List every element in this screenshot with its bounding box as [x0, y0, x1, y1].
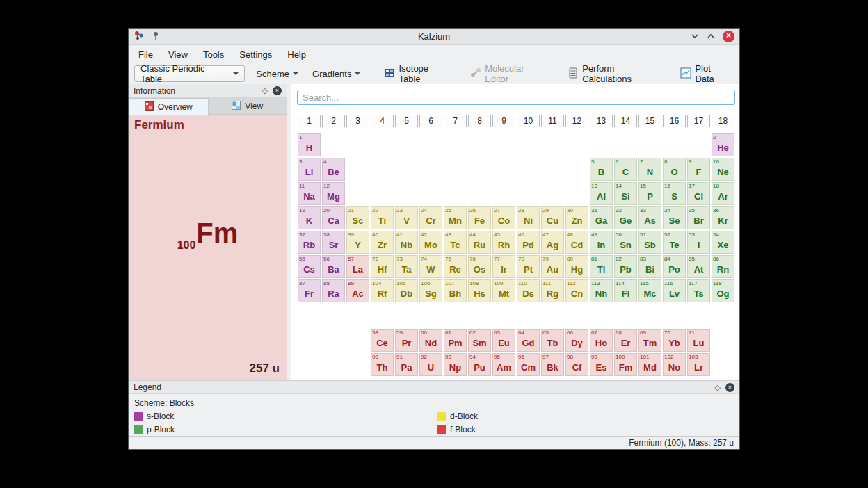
element-cell-Nh[interactable]: 113Nh — [589, 279, 613, 303]
element-cell-Ds[interactable]: 110Ds — [516, 279, 540, 303]
element-cell-Xe[interactable]: 54Xe — [711, 230, 735, 254]
element-cell-Nb[interactable]: 41Nb — [394, 230, 419, 254]
element-cell-Ga[interactable]: 31Ga — [589, 206, 613, 230]
element-cell-Sr[interactable]: 38Sr — [321, 230, 346, 254]
element-cell-Kr[interactable]: 36Kr — [711, 206, 735, 230]
element-cell-Ho[interactable]: 67Ho — [589, 328, 613, 352]
element-cell-Ge[interactable]: 32Ge — [613, 206, 638, 230]
element-cell-Rn[interactable]: 86Rn — [711, 254, 735, 279]
perform-calculations-button[interactable]: Perform Calculations — [565, 65, 666, 82]
element-cell-Sb[interactable]: 51Sb — [638, 230, 662, 254]
element-cell-Pa[interactable]: 91Pa — [394, 352, 419, 377]
element-cell-Cf[interactable]: 98Cf — [565, 352, 589, 377]
float-panel-icon[interactable]: ◇ — [715, 383, 721, 392]
element-cell-Bh[interactable]: 107Bh — [443, 279, 467, 303]
element-cell-Li[interactable]: 3Li — [297, 157, 321, 181]
tab-view[interactable]: View — [209, 98, 287, 115]
element-cell-Nd[interactable]: 60Nd — [419, 328, 443, 352]
element-cell-I[interactable]: 53I — [686, 230, 711, 254]
element-cell-N[interactable]: 7N — [638, 157, 662, 181]
element-cell-Tb[interactable]: 65Tb — [540, 328, 565, 352]
element-cell-Fr[interactable]: 87Fr — [297, 279, 321, 303]
element-cell-Cr[interactable]: 24Cr — [419, 206, 443, 230]
tab-overview[interactable]: Overview — [129, 98, 209, 115]
menu-view[interactable]: View — [166, 48, 190, 61]
element-cell-Sn[interactable]: 50Sn — [613, 230, 638, 254]
element-cell-Ti[interactable]: 22Ti — [370, 206, 394, 230]
plot-data-button[interactable]: Plot Data — [677, 65, 734, 82]
element-cell-B[interactable]: 5B — [589, 157, 613, 181]
element-cell-Cl[interactable]: 17Cl — [686, 181, 711, 206]
element-cell-O[interactable]: 8O — [662, 157, 686, 181]
element-cell-Dy[interactable]: 66Dy — [565, 328, 589, 352]
element-cell-Sg[interactable]: 106Sg — [419, 279, 443, 303]
element-cell-Mg[interactable]: 12Mg — [321, 181, 346, 206]
close-panel-icon[interactable]: × — [273, 86, 282, 95]
element-cell-Pb[interactable]: 82Pb — [613, 254, 638, 279]
element-cell-Se[interactable]: 34Se — [662, 206, 686, 230]
element-cell-V[interactable]: 23V — [394, 206, 419, 230]
element-cell-Bk[interactable]: 97Bk — [540, 352, 565, 377]
element-cell-W[interactable]: 74W — [419, 254, 443, 279]
element-cell-Rh[interactable]: 45Rh — [492, 230, 516, 254]
element-cell-Pd[interactable]: 46Pd — [516, 230, 540, 254]
element-cell-Tm[interactable]: 69Tm — [638, 328, 662, 352]
element-cell-Cu[interactable]: 29Cu — [540, 206, 565, 230]
element-cell-Ca[interactable]: 20Ca — [321, 206, 346, 230]
element-cell-Pm[interactable]: 61Pm — [443, 328, 467, 352]
menu-settings[interactable]: Settings — [237, 48, 274, 61]
element-cell-Fl[interactable]: 114Fl — [613, 279, 638, 303]
element-cell-Tc[interactable]: 43Tc — [443, 230, 467, 254]
float-panel-icon[interactable]: ◇ — [262, 86, 268, 95]
element-cell-Fm[interactable]: 100Fm — [613, 352, 638, 377]
element-cell-Cd[interactable]: 48Cd — [565, 230, 589, 254]
element-cell-Th[interactable]: 90Th — [370, 352, 394, 377]
element-cell-Cs[interactable]: 55Cs — [297, 254, 321, 279]
element-cell-Eu[interactable]: 63Eu — [492, 328, 516, 352]
element-cell-H[interactable]: 1H — [297, 133, 321, 157]
element-cell-Ce[interactable]: 58Ce — [370, 328, 394, 352]
element-cell-In[interactable]: 49In — [589, 230, 613, 254]
element-cell-Cm[interactable]: 96Cm — [516, 352, 540, 377]
element-cell-Mt[interactable]: 109Mt — [492, 279, 516, 303]
element-cell-Mc[interactable]: 115Mc — [638, 279, 662, 303]
element-cell-Zn[interactable]: 30Zn — [565, 206, 589, 230]
element-cell-Mn[interactable]: 25Mn — [443, 206, 467, 230]
element-cell-Re[interactable]: 75Re — [443, 254, 467, 279]
maximize-button[interactable] — [707, 31, 715, 43]
minimize-button[interactable] — [691, 31, 699, 43]
menu-help[interactable]: Help — [285, 48, 308, 61]
element-cell-Lu[interactable]: 71Lu — [686, 328, 711, 352]
close-button[interactable]: × — [723, 31, 734, 42]
element-cell-Ru[interactable]: 44Ru — [467, 230, 492, 254]
element-cell-Pr[interactable]: 59Pr — [394, 328, 419, 352]
search-input[interactable] — [297, 90, 735, 105]
element-cell-P[interactable]: 15P — [638, 181, 662, 206]
element-cell-Ta[interactable]: 73Ta — [394, 254, 419, 279]
menu-tools[interactable]: Tools — [201, 48, 226, 61]
element-cell-S[interactable]: 16S — [662, 181, 686, 206]
element-cell-Db[interactable]: 105Db — [394, 279, 419, 303]
element-cell-Ir[interactable]: 77Ir — [492, 254, 516, 279]
element-cell-Ac[interactable]: 89Ac — [346, 279, 370, 303]
element-cell-Al[interactable]: 13Al — [589, 181, 613, 206]
element-cell-Sc[interactable]: 21Sc — [346, 206, 370, 230]
element-cell-Os[interactable]: 76Os — [467, 254, 492, 279]
element-cell-Mo[interactable]: 42Mo — [419, 230, 443, 254]
element-cell-Si[interactable]: 14Si — [613, 181, 638, 206]
element-cell-Md[interactable]: 101Md — [638, 352, 662, 377]
element-cell-No[interactable]: 102No — [662, 352, 686, 377]
element-cell-Rg[interactable]: 111Rg — [540, 279, 565, 303]
element-cell-Lr[interactable]: 103Lr — [686, 352, 711, 377]
element-cell-Bi[interactable]: 83Bi — [638, 254, 662, 279]
element-cell-F[interactable]: 9F — [686, 157, 711, 181]
element-cell-La[interactable]: 57La — [346, 254, 370, 279]
element-cell-Og[interactable]: 118Og — [711, 279, 735, 303]
isotope-table-button[interactable]: Isotope Table — [381, 65, 453, 82]
element-cell-Cn[interactable]: 112Cn — [565, 279, 589, 303]
element-cell-Au[interactable]: 79Au — [540, 254, 565, 279]
element-cell-Rf[interactable]: 104Rf — [370, 279, 394, 303]
element-cell-Tl[interactable]: 81Tl — [589, 254, 613, 279]
element-cell-Be[interactable]: 4Be — [321, 157, 346, 181]
element-cell-Ag[interactable]: 47Ag — [540, 230, 565, 254]
